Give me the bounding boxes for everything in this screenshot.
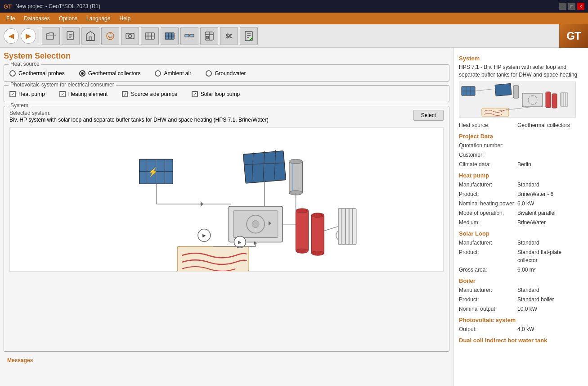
rp-heat-source-row: Heat source: Geothermal collectors — [459, 121, 583, 129]
rp-hp-manufacturer-value: Standard — [517, 181, 539, 189]
checkbox-source-pumps[interactable]: Source side pumps — [122, 91, 177, 97]
rp-solar-loop-title: Solar Loop — [459, 230, 583, 237]
system-selected-info: Selected system: Biv. HP system with sol… — [9, 110, 269, 124]
radio-geothermal-probes[interactable]: Geothermal probes — [9, 70, 65, 77]
rp-gross-area-label: Gross area: — [459, 266, 517, 274]
radio-groundwater[interactable]: Groundwater — [206, 70, 246, 77]
svg-marker-67 — [201, 201, 203, 207]
left-panel: System Selection Heat source Geothermal … — [0, 48, 453, 386]
svg-point-40 — [252, 221, 259, 228]
radio-circle-groundwater — [206, 70, 212, 77]
new-project-button[interactable] — [62, 27, 80, 45]
close-button[interactable]: × — [577, 3, 584, 10]
menu-databases[interactable]: Databases — [19, 14, 54, 23]
svg-text:⚡: ⚡ — [148, 167, 158, 177]
page-title: System Selection — [4, 51, 449, 61]
svg-point-47 — [311, 251, 324, 255]
svg-rect-72 — [495, 83, 512, 96]
svg-rect-76 — [546, 92, 551, 108]
svg-rect-45 — [311, 215, 324, 253]
pv-button[interactable] — [161, 27, 179, 45]
cost-button[interactable]: $€ — [220, 27, 238, 45]
menu-file[interactable]: File — [2, 14, 19, 23]
app-logo: GT — [4, 3, 12, 10]
heat-source-group: Heat source Geothermal probes Geothermal… — [4, 64, 449, 82]
checkbox-label-source: Source side pumps — [131, 91, 177, 97]
rp-climate-label: Climate data: — [459, 160, 517, 168]
rp-mode-row: Mode of operation: Bivalent parallel — [459, 209, 583, 217]
rp-medium-value: Brine/Water — [517, 218, 546, 227]
building-button[interactable] — [81, 27, 99, 45]
checkbox-heating-element[interactable]: Heating element — [59, 91, 108, 97]
rp-solar-manufacturer-label: Manufacturer: — [459, 239, 517, 247]
rp-system-section: System — [459, 55, 583, 62]
radio-circle-probes — [9, 70, 16, 77]
pv-options: Heat pump Heating element Source side pu… — [9, 89, 444, 97]
select-button[interactable]: Select — [413, 110, 444, 121]
rp-medium-label: Medium: — [459, 218, 517, 227]
radio-geothermal-collectors[interactable]: Geothermal collectors — [79, 70, 141, 77]
svg-rect-48 — [338, 209, 356, 245]
menubar: File Databases Options Language Help — [0, 13, 588, 24]
selected-system-value: Biv. HP system with solar loop and separ… — [9, 117, 269, 123]
forward-button[interactable]: ▶ — [21, 28, 36, 44]
solar-button[interactable] — [141, 27, 159, 45]
rp-nominal-value: 6,0 kW — [517, 200, 534, 208]
rp-system-thumbnail — [459, 82, 576, 118]
checkbox-box-heating — [59, 91, 66, 97]
app-title: New project - GeoT*SOL 2023 (R1) — [15, 3, 100, 9]
svg-rect-77 — [552, 94, 557, 108]
rp-output-row: Output: 4,0 kW — [459, 325, 583, 333]
pv2-button[interactable] — [180, 27, 198, 45]
heat-source-title: Heat source — [9, 61, 41, 67]
heating-button[interactable] — [101, 27, 119, 45]
checkbox-solar-loop-pump[interactable]: Solar loop pump — [192, 91, 240, 97]
radio-ambient-air[interactable]: Ambient air — [155, 70, 191, 77]
rp-gross-area-row: Gross area: 6,00 m² — [459, 266, 583, 274]
calc-button[interactable]: 72 — [200, 27, 218, 45]
menu-options[interactable]: Options — [54, 14, 82, 23]
svg-line-63 — [324, 226, 338, 231]
menu-language[interactable]: Language — [82, 14, 115, 23]
rp-dual-coil-title: Dual coil indirect hot water tank — [459, 337, 583, 344]
rp-solar-product-value: Standard flat-plate collector — [517, 248, 583, 264]
gt-logo: GT — [559, 24, 588, 48]
messages-title: Messages — [7, 357, 446, 363]
minimize-button[interactable]: – — [559, 3, 566, 10]
nav-arrows: ◀ ▶ — [4, 28, 36, 44]
title-left: GT New project - GeoT*SOL 2023 (R1) — [4, 3, 100, 10]
rp-boiler-product-label: Product: — [459, 295, 517, 304]
rp-heat-source-label: Heat source: — [459, 121, 517, 129]
main-layout: System Selection Heat source Geothermal … — [0, 48, 588, 386]
rp-solar-manufacturer-value: Standard — [517, 239, 539, 247]
report-button[interactable] — [240, 27, 258, 45]
checkbox-box-solar — [192, 91, 198, 97]
radio-label-ambient: Ambient air — [164, 70, 191, 77]
heat-pump-button[interactable] — [121, 27, 139, 45]
svg-point-44 — [296, 249, 309, 253]
menu-help[interactable]: Help — [115, 14, 135, 23]
rp-solar-product-label: Product: — [459, 248, 517, 264]
svg-rect-14 — [185, 34, 189, 37]
open-project-button[interactable] — [42, 27, 60, 45]
rp-solar-product-row: Product: Standard flat-plate collector — [459, 248, 583, 264]
rp-boiler-manufacturer-label: Manufacturer: — [459, 286, 517, 294]
checkbox-heat-pump[interactable]: Heat pump — [9, 91, 45, 97]
rp-hp-manufacturer-row: Manufacturer: Standard — [459, 181, 583, 189]
right-panel: System HPS 7.1 - Biv. HP system with sol… — [453, 48, 588, 386]
rp-customer-row: Customer: — [459, 151, 583, 159]
rp-system-name: HPS 7.1 - Biv. HP system with solar loop… — [459, 64, 583, 79]
radio-circle-collectors — [79, 70, 85, 77]
svg-text:▶: ▶ — [202, 233, 206, 238]
checkbox-label-heating: Heating element — [68, 91, 108, 97]
system-group: System Selected system: Biv. HP system w… — [4, 106, 449, 352]
pv-system-group: Photovoltaic system for electrical consu… — [4, 85, 449, 102]
rp-gross-area-value: 6,00 m² — [517, 266, 536, 274]
radio-label-probes: Geothermal probes — [18, 70, 65, 77]
system-diagram-svg: ⚡ ▶ — [10, 128, 443, 271]
window-controls: – □ × — [559, 3, 584, 10]
maximize-button[interactable]: □ — [568, 3, 575, 10]
selected-system-label: Selected system: — [9, 110, 50, 116]
back-button[interactable]: ◀ — [4, 28, 19, 44]
rp-nominal-output-value: 10,0 kW — [517, 305, 537, 313]
